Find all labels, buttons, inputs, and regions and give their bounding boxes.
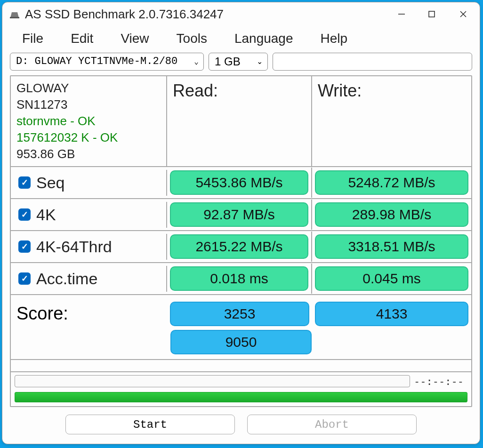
k4-label: 4K — [36, 206, 56, 224]
menu-file[interactable]: File — [10, 28, 57, 49]
status-row: --:--:-- — [11, 372, 471, 390]
menu-help[interactable]: Help — [308, 28, 362, 49]
row-4k: ✓ 4K 92.87 MB/s 289.98 MB/s — [11, 199, 471, 231]
score-label: Score: — [11, 295, 167, 328]
score-row: Score: 3253 4133 9050 — [11, 295, 471, 360]
drive-alignment-status: 157612032 K - OK — [16, 129, 161, 146]
seq-label-cell: ✓ Seq — [11, 170, 167, 196]
menu-tools[interactable]: Tools — [164, 28, 221, 49]
seq-read-value: 5453.86 MB/s — [170, 170, 308, 195]
row-seq: ✓ Seq 5453.86 MB/s 5248.72 MB/s — [11, 167, 471, 199]
read-header: Read: — [167, 76, 312, 166]
progress-bar-full — [15, 392, 467, 402]
drive-driver-status: stornvme - OK — [16, 113, 161, 129]
score-total: 9050 — [170, 330, 312, 354]
selector-row: D: GLOWAY YCT1TNVMe-M.2/80 ⌄ 1 GB ⌄ — [2, 53, 480, 75]
menu-language[interactable]: Language — [222, 28, 307, 49]
acc-read-value: 0.018 ms — [170, 266, 308, 291]
close-button[interactable] — [447, 2, 480, 26]
svg-rect-0 — [10, 17, 19, 18]
drive-info: GLOWAY SN11273 stornvme - OK 157612032 K… — [11, 76, 167, 166]
acc-label-cell: ✓ Acc.time — [11, 266, 167, 292]
acc-label: Acc.time — [36, 270, 97, 288]
write-header: Write: — [312, 76, 471, 166]
k4-checkbox[interactable]: ✓ — [18, 208, 31, 221]
k4-write-value: 289.98 MB/s — [315, 202, 468, 227]
seq-checkbox[interactable]: ✓ — [18, 176, 31, 189]
blank-input[interactable] — [273, 53, 472, 71]
drive-capacity: 953.86 GB — [16, 146, 161, 162]
start-button[interactable]: Start — [65, 415, 235, 434]
seq-label: Seq — [36, 174, 65, 192]
svg-rect-2 — [429, 11, 435, 17]
acc-write-value: 0.045 ms — [315, 266, 468, 291]
k4-64-label: 4K-64Thrd — [36, 238, 112, 256]
window-title: AS SSD Benchmark 2.0.7316.34247 — [25, 7, 386, 22]
spacer-row — [11, 360, 471, 372]
k4-read-value: 92.87 MB/s — [170, 202, 308, 227]
row-acctime: ✓ Acc.time 0.018 ms 0.045 ms — [11, 263, 471, 295]
acc-checkbox[interactable]: ✓ — [18, 272, 31, 285]
k4-64-checkbox[interactable]: ✓ — [18, 240, 31, 253]
app-icon — [9, 9, 20, 19]
k4-64-write-value: 3318.51 MB/s — [315, 234, 468, 259]
menu-edit[interactable]: Edit — [58, 28, 107, 49]
menubar: File Edit View Tools Language Help — [2, 26, 480, 53]
drive-model: GLOWAY — [16, 80, 161, 96]
score-read: 3253 — [170, 302, 309, 326]
titlebar: AS SSD Benchmark 2.0.7316.34247 — [2, 2, 480, 26]
maximize-button[interactable] — [417, 2, 447, 26]
k4-64-read-value: 2615.22 MB/s — [170, 234, 308, 259]
header-row: GLOWAY SN11273 stornvme - OK 157612032 K… — [11, 76, 471, 167]
drive-select-value: D: GLOWAY YCT1TNVMe-M.2/80 — [16, 56, 177, 67]
size-select-value: 1 GB — [215, 55, 241, 68]
minimize-button[interactable] — [386, 2, 417, 26]
button-row: Start Abort — [2, 407, 480, 444]
drive-select[interactable]: D: GLOWAY YCT1TNVMe-M.2/80 ⌄ — [10, 53, 204, 71]
abort-button[interactable]: Abort — [247, 415, 417, 434]
drive-serial: SN11273 — [16, 96, 161, 113]
window-controls — [386, 2, 480, 26]
score-write: 4133 — [315, 302, 468, 326]
app-window: AS SSD Benchmark 2.0.7316.34247 File Edi… — [2, 2, 480, 444]
elapsed-time: --:--:-- — [410, 376, 467, 387]
k4-label-cell: ✓ 4K — [11, 202, 167, 228]
chevron-down-icon: ⌄ — [194, 57, 199, 66]
chevron-down-icon: ⌄ — [257, 57, 263, 66]
menu-view[interactable]: View — [108, 28, 163, 49]
size-select[interactable]: 1 GB ⌄ — [209, 53, 268, 71]
row-4k64: ✓ 4K-64Thrd 2615.22 MB/s 3318.51 MB/s — [11, 231, 471, 263]
k4-64-label-cell: ✓ 4K-64Thrd — [11, 234, 167, 260]
results-panel: GLOWAY SN11273 stornvme - OK 157612032 K… — [10, 75, 472, 407]
progress-bar-empty — [15, 375, 410, 387]
seq-write-value: 5248.72 MB/s — [315, 170, 468, 195]
